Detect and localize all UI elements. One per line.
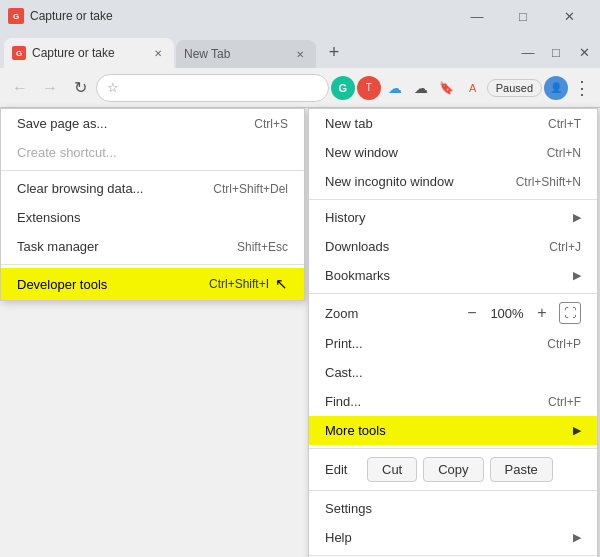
- tab-strip-maximize[interactable]: □: [542, 40, 570, 64]
- tab-2[interactable]: New Tab ✕: [176, 40, 316, 68]
- edit-label: Edit: [325, 462, 361, 477]
- tab-1[interactable]: G Capture or take ✕: [4, 38, 174, 68]
- right-divider-5: [309, 555, 597, 556]
- cursor-indicator: ↖: [275, 275, 288, 293]
- window-favicon: G: [8, 8, 24, 24]
- tab-1-label: Capture or take: [32, 46, 144, 60]
- tab-2-label: New Tab: [184, 47, 286, 61]
- paused-label: Paused: [496, 82, 533, 94]
- zoom-plus-button[interactable]: +: [531, 302, 553, 324]
- grammarly-icon[interactable]: G: [331, 76, 355, 100]
- zoom-label: Zoom: [325, 306, 455, 321]
- menu-item-save-page[interactable]: Save page as... Ctrl+S: [1, 109, 304, 138]
- menu-item-history[interactable]: History ▶: [309, 203, 597, 232]
- menu-item-bookmarks[interactable]: Bookmarks ▶: [309, 261, 597, 290]
- right-divider-3: [309, 448, 597, 449]
- tab-strip: G Capture or take ✕ New Tab ✕ + — □ ✕: [0, 32, 600, 68]
- menu-item-task-manager[interactable]: Task manager Shift+Esc: [1, 232, 304, 261]
- right-divider-1: [309, 199, 597, 200]
- menu-item-extensions[interactable]: Extensions: [1, 203, 304, 232]
- ext-icon-4[interactable]: ☁: [409, 76, 433, 100]
- menu-item-new-window[interactable]: New window Ctrl+N: [309, 138, 597, 167]
- zoom-minus-button[interactable]: −: [461, 302, 483, 324]
- paused-badge[interactable]: Paused: [487, 79, 542, 97]
- close-button[interactable]: ✕: [546, 0, 592, 32]
- ext-icon-6[interactable]: A: [461, 76, 485, 100]
- context-menu-left: Save page as... Ctrl+S Create shortcut..…: [0, 108, 305, 301]
- new-tab-button[interactable]: +: [320, 38, 348, 66]
- tab-1-favicon: G: [12, 46, 26, 60]
- refresh-button[interactable]: ↻: [66, 74, 94, 102]
- avatar[interactable]: 👤: [544, 76, 568, 100]
- divider-1: [1, 170, 304, 171]
- menu-item-clear-browsing[interactable]: Clear browsing data... Ctrl+Shift+Del: [1, 174, 304, 203]
- ext-icon-2[interactable]: T: [357, 76, 381, 100]
- address-bar[interactable]: ☆: [96, 74, 329, 102]
- menu-button[interactable]: ⋮: [570, 77, 594, 99]
- zoom-expand-button[interactable]: ⛶: [559, 302, 581, 324]
- maximize-button[interactable]: □: [500, 0, 546, 32]
- menu-item-find[interactable]: Find... Ctrl+F: [309, 387, 597, 416]
- minimize-button[interactable]: —: [454, 0, 500, 32]
- menu-item-developer-tools[interactable]: Developer tools Ctrl+Shift+I ↖: [1, 268, 304, 300]
- menu-item-create-shortcut: Create shortcut...: [1, 138, 304, 167]
- back-button[interactable]: ←: [6, 74, 34, 102]
- ext-icon-3[interactable]: ☁: [383, 76, 407, 100]
- tab-strip-minimize[interactable]: —: [514, 40, 542, 64]
- menu-item-settings[interactable]: Settings: [309, 494, 597, 523]
- forward-button[interactable]: →: [36, 74, 64, 102]
- page-content: Save page as... Ctrl+S Create shortcut..…: [0, 108, 600, 557]
- menu-item-cast[interactable]: Cast...: [309, 358, 597, 387]
- tab-1-close[interactable]: ✕: [150, 45, 166, 61]
- menu-item-print[interactable]: Print... Ctrl+P: [309, 329, 597, 358]
- tab-2-close[interactable]: ✕: [292, 46, 308, 62]
- cut-button[interactable]: Cut: [367, 457, 417, 482]
- title-bar: G Capture or take — □ ✕: [0, 0, 600, 32]
- menu-item-help[interactable]: Help ▶: [309, 523, 597, 552]
- ext-icon-5[interactable]: 🔖: [435, 76, 459, 100]
- context-menu-right: New tab Ctrl+T New window Ctrl+N New inc…: [308, 108, 598, 557]
- copy-button[interactable]: Copy: [423, 457, 483, 482]
- menu-item-downloads[interactable]: Downloads Ctrl+J: [309, 232, 597, 261]
- right-divider-2: [309, 293, 597, 294]
- menu-item-more-tools[interactable]: More tools ▶: [309, 416, 597, 445]
- window-title: Capture or take: [30, 9, 150, 23]
- right-divider-4: [309, 490, 597, 491]
- star-icon: ☆: [107, 80, 119, 95]
- edit-row: Edit Cut Copy Paste: [309, 452, 597, 487]
- zoom-value: 100%: [489, 306, 525, 321]
- zoom-row: Zoom − 100% + ⛶: [309, 297, 597, 329]
- menu-item-new-tab[interactable]: New tab Ctrl+T: [309, 109, 597, 138]
- tab-strip-close[interactable]: ✕: [570, 40, 598, 64]
- paste-button[interactable]: Paste: [490, 457, 553, 482]
- menu-item-new-incognito[interactable]: New incognito window Ctrl+Shift+N: [309, 167, 597, 196]
- toolbar: ← → ↻ ☆ G T ☁ ☁ 🔖 A Paused 👤 ⋮: [0, 68, 600, 108]
- divider-2: [1, 264, 304, 265]
